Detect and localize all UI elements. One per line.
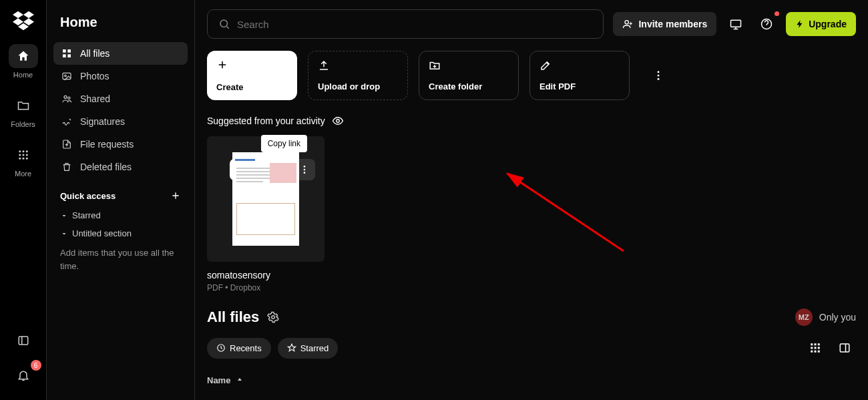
signatures-icon bbox=[61, 116, 72, 127]
recents-chip[interactable]: Recents bbox=[207, 338, 271, 359]
clock-icon bbox=[216, 343, 226, 353]
starred-section[interactable]: Starred bbox=[53, 206, 188, 224]
quick-access-hint: Add items that you use all the time. bbox=[53, 242, 188, 276]
svg-point-25 bbox=[658, 78, 660, 80]
chevron-down-icon bbox=[60, 230, 68, 238]
svg-point-23 bbox=[658, 71, 660, 73]
notification-dot bbox=[775, 11, 779, 16]
sort-up-icon bbox=[236, 377, 244, 385]
quick-access-header: Quick access bbox=[60, 191, 116, 201]
help-icon[interactable] bbox=[755, 13, 778, 35]
apps-icon bbox=[17, 149, 29, 161]
svg-point-2 bbox=[25, 150, 27, 152]
svg-point-19 bbox=[220, 20, 228, 27]
starred-chip[interactable]: Starred bbox=[278, 338, 339, 359]
svg-point-26 bbox=[336, 120, 339, 123]
svg-point-24 bbox=[658, 75, 660, 77]
avatar[interactable]: MZ bbox=[795, 309, 813, 326]
svg-point-0 bbox=[19, 150, 21, 152]
actions-more-icon[interactable] bbox=[647, 64, 670, 87]
screen-icon[interactable] bbox=[724, 13, 747, 35]
sidebar-item-label: Shared bbox=[80, 93, 110, 104]
svg-rect-39 bbox=[811, 351, 813, 353]
svg-point-3 bbox=[19, 154, 21, 156]
gear-icon[interactable] bbox=[267, 311, 279, 323]
svg-point-8 bbox=[25, 158, 27, 160]
svg-point-6 bbox=[19, 158, 21, 160]
svg-rect-9 bbox=[19, 337, 28, 345]
svg-line-30 bbox=[507, 174, 624, 251]
svg-point-27 bbox=[304, 166, 306, 168]
all-files-heading: All files bbox=[207, 309, 279, 326]
svg-point-29 bbox=[304, 172, 306, 174]
svg-rect-36 bbox=[811, 347, 813, 349]
svg-rect-13 bbox=[63, 54, 66, 57]
svg-point-28 bbox=[304, 169, 306, 171]
panel-toggle-icon[interactable] bbox=[12, 329, 35, 352]
svg-rect-12 bbox=[67, 49, 71, 53]
upload-button[interactable]: Upload or drop bbox=[308, 51, 408, 100]
sidebar-item-file-requests[interactable]: File requests bbox=[53, 133, 188, 156]
svg-rect-11 bbox=[63, 49, 66, 53]
rail-folders[interactable]: Folders bbox=[9, 93, 38, 128]
suggested-label: Suggested from your activity bbox=[207, 116, 325, 126]
panel-view-icon[interactable] bbox=[833, 337, 856, 359]
sidebar-item-label: File requests bbox=[80, 139, 134, 150]
table-column-name[interactable]: Name bbox=[207, 375, 856, 385]
edit-pdf-button[interactable]: Edit PDF bbox=[529, 51, 630, 100]
sidebar-item-label: All files bbox=[80, 48, 110, 59]
invite-members-button[interactable]: Invite members bbox=[613, 12, 716, 36]
svg-point-16 bbox=[65, 75, 67, 77]
svg-point-17 bbox=[64, 95, 67, 98]
files-icon bbox=[61, 48, 72, 59]
svg-rect-41 bbox=[818, 351, 820, 353]
svg-point-20 bbox=[625, 21, 628, 24]
svg-rect-38 bbox=[818, 347, 820, 349]
sidebar-title: Home bbox=[60, 15, 188, 30]
home-icon bbox=[17, 49, 30, 63]
search-icon bbox=[218, 18, 230, 30]
rail-home[interactable]: Home bbox=[9, 44, 38, 79]
svg-point-7 bbox=[22, 158, 24, 160]
untitled-section[interactable]: Untitled section bbox=[53, 224, 188, 242]
svg-point-4 bbox=[22, 154, 24, 156]
svg-point-18 bbox=[68, 97, 70, 99]
dropbox-logo[interactable] bbox=[13, 9, 34, 44]
annotation-arrow bbox=[503, 171, 637, 258]
eye-icon[interactable] bbox=[332, 115, 344, 127]
file-thumbnail bbox=[232, 152, 299, 246]
sidebar-item-label: Deleted files bbox=[80, 162, 132, 172]
svg-rect-21 bbox=[731, 20, 741, 27]
svg-point-31 bbox=[272, 316, 275, 319]
notifications-icon[interactable]: 6 bbox=[12, 364, 35, 387]
sidebar-item-deleted[interactable]: Deleted files bbox=[53, 156, 188, 178]
rail-more[interactable]: More bbox=[9, 143, 38, 178]
search-input[interactable] bbox=[207, 9, 604, 39]
sidebar-item-signatures[interactable]: Signatures bbox=[53, 110, 188, 133]
sidebar-item-shared[interactable]: Shared bbox=[53, 87, 188, 110]
svg-rect-33 bbox=[811, 343, 813, 345]
edit-icon bbox=[539, 59, 552, 71]
sidebar-item-label: Signatures bbox=[80, 116, 125, 127]
create-button[interactable]: Create bbox=[207, 51, 297, 100]
svg-rect-42 bbox=[840, 344, 849, 352]
suggested-file-card[interactable]: Copy link Share somatosensory PDF • Drop… bbox=[207, 136, 324, 292]
plus-icon bbox=[216, 59, 228, 71]
dots-icon bbox=[299, 164, 310, 175]
grid-view-icon[interactable] bbox=[804, 337, 827, 359]
create-folder-button[interactable]: Create folder bbox=[419, 51, 519, 100]
svg-point-1 bbox=[22, 150, 24, 152]
sidebar-item-photos[interactable]: Photos bbox=[53, 65, 188, 87]
plus-icon[interactable] bbox=[170, 190, 181, 201]
trash-icon bbox=[61, 162, 72, 172]
sidebar-item-all-files[interactable]: All files bbox=[53, 42, 188, 65]
copy-link-tooltip: Copy link bbox=[261, 135, 307, 152]
photos-icon bbox=[61, 71, 72, 81]
svg-rect-40 bbox=[815, 351, 817, 353]
only-you-label: Only you bbox=[819, 312, 856, 323]
svg-rect-34 bbox=[815, 343, 817, 345]
star-icon bbox=[287, 343, 296, 353]
folder-icon bbox=[17, 99, 30, 112]
sidebar-item-label: Photos bbox=[80, 71, 110, 81]
upgrade-button[interactable]: Upgrade bbox=[786, 12, 856, 36]
